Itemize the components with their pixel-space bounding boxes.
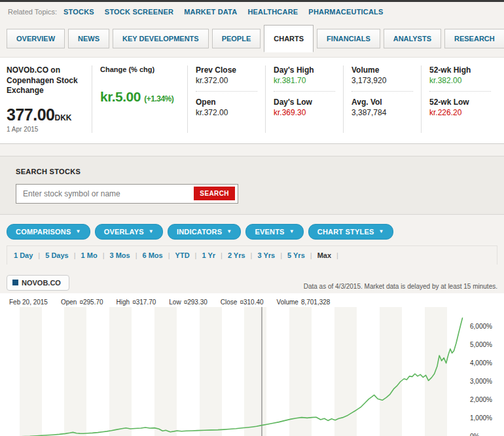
related-topics-links: STOCKSSTOCK SCREENERMARKET DATAHEALTHCAR… <box>63 8 394 16</box>
legend-chip-novob[interactable]: NOVOB.CO <box>7 275 69 291</box>
y-axis-label: 4,000% <box>470 359 492 367</box>
ohlc-open: Open¤295.70 <box>61 299 103 306</box>
related-topic-link-pharmaceuticals[interactable]: PHARMACEUTICALS <box>308 8 383 16</box>
change-amount: kr.5.00 <box>100 89 141 104</box>
toolbar-button-label: COMPARISONS <box>16 228 71 236</box>
range-separator: | <box>195 251 197 259</box>
tab-news[interactable]: NEWS <box>68 29 109 48</box>
chevron-down-icon: ▼ <box>76 229 81 234</box>
stat-value: kr.381.70 <box>274 76 335 85</box>
tab-people[interactable]: PEOPLE <box>212 29 261 48</box>
range-separator: | <box>135 251 137 259</box>
range-3-mos[interactable]: 3 Mos <box>109 251 130 259</box>
tab-analysts[interactable]: ANALYSTS <box>384 29 441 48</box>
ohlc-label: Open <box>61 299 77 306</box>
related-topic-link-healthcare[interactable]: HEALTHCARE <box>247 8 298 16</box>
stat-label: Day's Low <box>274 98 335 107</box>
stat-value: kr.226.20 <box>429 108 491 117</box>
search-stocks-section: SEARCH STOCKS SEARCH <box>0 156 504 215</box>
year-stripe <box>425 307 447 436</box>
chart-toolbar: COMPARISONS▼OVERLAYS▼INDICATORS▼EVENTS▼C… <box>7 224 497 240</box>
range-ytd[interactable]: YTD <box>175 251 190 259</box>
tab-financials[interactable]: FINANCIALS <box>317 29 380 48</box>
tab-research[interactable]: RESEARCH <box>444 29 504 48</box>
search-input[interactable] <box>23 189 194 198</box>
chart-panel: Feb 20, 2015Open¤295.70High¤317.70Low¤29… <box>0 293 504 436</box>
toolbar-button-chart-styles[interactable]: CHART STYLES▼ <box>308 224 393 240</box>
legend-symbol: NOVOB.CO <box>22 279 61 287</box>
range-separator: | <box>221 251 223 259</box>
range-5-days[interactable]: 5 Days <box>45 251 68 259</box>
stat-column-4: 52-wk Highkr.382.0052-wk Lowkr.226.20 <box>421 65 499 133</box>
legend-swatch-icon <box>12 280 18 285</box>
range-1-mo[interactable]: 1 Mo <box>81 251 98 259</box>
range-2-yrs[interactable]: 2 Yrs <box>228 251 245 259</box>
range-6-mos[interactable]: 6 Mos <box>143 251 163 259</box>
section-tabs: OVERVIEWNEWSKEY DEVELOPMENTSPEOPLECHARTS… <box>0 24 504 53</box>
toolbar-button-label: INDICATORS <box>177 228 222 236</box>
range-separator: | <box>168 251 170 259</box>
range-3-yrs[interactable]: 3 Yrs <box>257 251 275 259</box>
ohlc-value: ¤310.40 <box>240 299 263 306</box>
year-stripe <box>200 307 222 436</box>
stat-avg-vol: Avg. Vol3,387,784 <box>351 91 413 117</box>
toolbar-button-events[interactable]: EVENTS▼ <box>245 224 303 240</box>
stat-value: 3,387,784 <box>351 108 413 117</box>
stat-value: 3,173,920 <box>351 76 413 85</box>
range-separator: | <box>280 251 282 259</box>
ohlc-date: Feb 20, 2015 <box>9 299 48 306</box>
tab-charts[interactable]: CHARTS <box>264 25 314 52</box>
ohlc-readout: Feb 20, 2015Open¤295.70High¤317.70Low¤29… <box>0 293 504 307</box>
toolbar-button-label: OVERLAYS <box>104 228 144 236</box>
stat-value: kr.382.00 <box>429 76 491 85</box>
range-max[interactable]: Max <box>317 251 331 259</box>
stat-column-2: Day's Highkr.381.70Day's Lowkr.369.30 <box>265 65 343 133</box>
stat-label: Volume <box>351 65 413 75</box>
ohlc-volume: Volume8,701,328 <box>277 299 331 306</box>
range-separator: | <box>310 251 312 259</box>
year-stripe <box>109 307 132 436</box>
related-topic-link-market-data[interactable]: MARKET DATA <box>184 8 237 16</box>
stat-prev-close: Prev Closekr.372.00 <box>196 65 257 85</box>
stat-label: Prev Close <box>196 65 257 75</box>
stat-volume: Volume3,173,920 <box>351 65 413 85</box>
stat-label: Open <box>196 98 257 107</box>
y-axis-label: 3,000% <box>470 378 492 385</box>
range-5-yrs[interactable]: 5 Yrs <box>287 251 305 259</box>
range-1-yr[interactable]: 1 Yr <box>202 251 215 259</box>
chevron-down-icon: ▼ <box>149 229 154 234</box>
range-separator: | <box>103 251 105 259</box>
tab-overview[interactable]: OVERVIEW <box>7 29 65 48</box>
ohlc-label: High <box>117 299 130 306</box>
ohlc-value: ¤317.70 <box>132 299 156 306</box>
last-price: 377.00 <box>7 105 54 124</box>
search-button[interactable]: SEARCH <box>194 187 235 200</box>
tab-key-developments[interactable]: KEY DEVELOPMENTS <box>113 29 209 48</box>
ohlc-value: 8,701,328 <box>301 299 331 306</box>
related-topic-link-stock-screener[interactable]: STOCK SCREENER <box>105 8 173 16</box>
range-1-day[interactable]: 1 Day <box>14 251 33 259</box>
change-percent: (+1.34%) <box>144 94 173 103</box>
quote-date: 1 Apr 2015 <box>7 126 92 133</box>
toolbar-button-comparisons[interactable]: COMPARISONS▼ <box>7 224 90 240</box>
range-separator: | <box>251 251 253 259</box>
price-chart[interactable]: 6,000%5,000%4,000%3,000%2,000%1,000%0%19… <box>0 307 504 436</box>
stat-day-s-low: Day's Lowkr.369.30 <box>274 91 335 117</box>
stat-label: Day's High <box>274 65 335 75</box>
ohlc-value: ¤293.30 <box>184 299 207 306</box>
stat-open: Openkr.372.00 <box>196 91 257 117</box>
search-box: SEARCH <box>16 184 238 204</box>
currency-label: DKK <box>54 113 71 122</box>
range-separator: | <box>74 251 76 259</box>
related-topic-link-stocks[interactable]: STOCKS <box>63 8 94 16</box>
toolbar-button-indicators[interactable]: INDICATORS▼ <box>168 224 242 240</box>
ohlc-label: Volume <box>277 299 298 306</box>
stat-label: Avg. Vol <box>351 98 413 107</box>
chevron-down-icon: ▼ <box>289 229 295 234</box>
time-range-selector: 1 Day|5 Days|1 Mo|3 Mos|6 Mos|YTD|1 Yr|2… <box>7 245 497 264</box>
chevron-down-icon: ▼ <box>226 229 232 234</box>
stat-value: kr.369.30 <box>274 108 335 117</box>
year-stripe <box>380 307 402 436</box>
ohlc-label: Low <box>169 299 181 306</box>
toolbar-button-overlays[interactable]: OVERLAYS▼ <box>95 224 163 240</box>
